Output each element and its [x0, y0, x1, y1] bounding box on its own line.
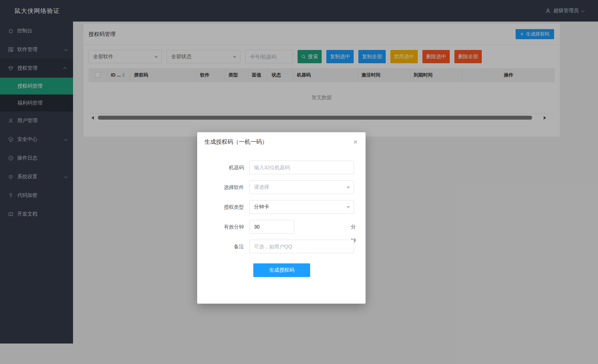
- remark-input[interactable]: [249, 240, 354, 253]
- auth-type-select[interactable]: 分钟卡: [249, 200, 354, 214]
- close-icon[interactable]: ×: [352, 137, 359, 147]
- generate-code-modal: 生成授权码（一机一码） × 机器码 选择软件 请选择 授权类型 分钟卡: [197, 132, 366, 304]
- auth-type-value: 分钟卡: [254, 204, 269, 210]
- software-select[interactable]: 请选择: [249, 180, 354, 194]
- form-row-software: 选择软件 请选择: [197, 180, 366, 194]
- caret-down-icon: [346, 186, 350, 189]
- machine-code-input[interactable]: [249, 161, 354, 174]
- app-screen: 鼠大侠网络验证 超级管理员 控制台 软件管理: [0, 0, 598, 364]
- form-row-valid-minutes: 有效分钟 分钟: [197, 220, 366, 234]
- form-row-machine-code: 机器码: [197, 161, 366, 174]
- machine-code-label: 机器码: [197, 161, 244, 174]
- form-row-auth-type: 授权类型 分钟卡: [197, 200, 366, 214]
- valid-minutes-input[interactable]: [249, 220, 294, 234]
- form-row-remark: 备注: [197, 240, 366, 253]
- caret-down-icon: [346, 206, 350, 208]
- valid-minutes-label: 有效分钟: [197, 220, 244, 234]
- remark-label: 备注: [197, 240, 244, 253]
- software-select-placeholder: 请选择: [254, 184, 269, 190]
- modal-generate-button[interactable]: 生成授权码: [253, 263, 310, 277]
- software-select-label: 选择软件: [197, 180, 244, 194]
- modal-title: 生成授权码（一机一码）: [204, 138, 268, 146]
- auth-type-label: 授权类型: [197, 200, 244, 214]
